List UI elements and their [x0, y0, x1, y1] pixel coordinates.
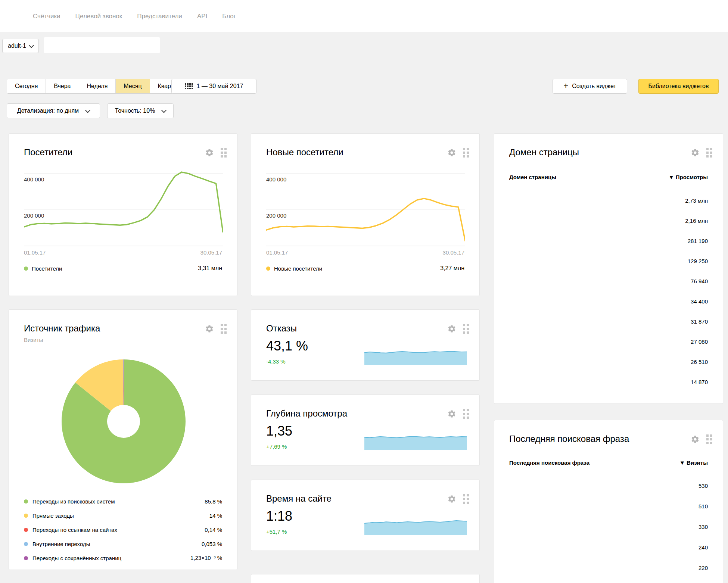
- legend-item: Переходы по ссылкам на сайтах 0,14 %: [24, 523, 222, 537]
- date-range-button[interactable]: 1 — 30 май 2017: [171, 79, 256, 94]
- drag-handle-icon[interactable]: [706, 148, 712, 158]
- table-row: 240: [509, 537, 708, 558]
- x-axis-end: 30.05.17: [443, 249, 464, 256]
- search-input[interactable]: [44, 37, 160, 53]
- counter-select[interactable]: adult-1: [2, 39, 39, 53]
- time-sparkline: [364, 520, 467, 535]
- x-axis-end: 30.05.17: [200, 249, 222, 256]
- total-value: 3,27 млн: [440, 265, 464, 272]
- top-navigation: Счётчики Целевой звонок Представители AP…: [0, 0, 728, 33]
- table-row: 129 250: [509, 251, 708, 271]
- legend-item[interactable]: Новые посетители: [266, 265, 322, 272]
- legend-value: 14 %: [209, 512, 222, 519]
- legend-item: Переходы из поисковых систем 85,8 %: [24, 494, 222, 508]
- widget-bounces: Отказы 43,1 % -4,33 %: [251, 309, 480, 381]
- widget-title[interactable]: Отказы: [266, 323, 297, 334]
- nav-blog[interactable]: Блог: [222, 13, 236, 20]
- table-row: 76 940: [509, 271, 708, 291]
- y-axis-tick: 400 000: [266, 176, 286, 183]
- column-header-domain[interactable]: Домен страницы: [509, 174, 556, 180]
- widget-time-on-site: Время на сайте 1:18 +51,7 %: [251, 480, 480, 551]
- gear-icon[interactable]: [205, 324, 214, 333]
- legend-dot: [266, 266, 270, 271]
- accuracy-label: Точность: 10%: [115, 107, 155, 114]
- column-header-phrase[interactable]: Последняя поисковая фраза: [509, 459, 589, 466]
- widget-page-domain: Домен страницы Домен страницы ▼ Просмотр…: [494, 133, 723, 404]
- drag-handle-icon[interactable]: [463, 494, 469, 504]
- gear-icon[interactable]: [691, 435, 700, 444]
- x-axis-start: 01.05.17: [266, 249, 288, 256]
- widget-last-search-phrase: Последняя поисковая фраза Последняя поис…: [494, 420, 723, 583]
- period-week[interactable]: Неделя: [79, 79, 116, 93]
- accuracy-select[interactable]: Точность: 10%: [107, 103, 174, 118]
- legend-dot: [24, 556, 28, 560]
- bounces-sparkline: [364, 349, 467, 365]
- stat-value: 1,35: [266, 423, 292, 439]
- gear-icon[interactable]: [447, 409, 456, 418]
- widget-title[interactable]: Источник трафика: [24, 323, 100, 334]
- table-row: 34 400: [509, 291, 708, 311]
- create-widget-label: Создать виджет: [572, 83, 616, 90]
- traffic-donut-chart: [60, 358, 187, 485]
- plus-icon: +: [563, 82, 568, 90]
- new-visitors-line-chart: [266, 156, 465, 246]
- widget-traffic-source: Источник трафика Визиты Переходы из поис…: [9, 309, 237, 570]
- legend-dot: [24, 266, 28, 271]
- legend-item: Переходы с сохранённых страниц 1,23×10⁻³…: [24, 551, 222, 565]
- legend-label: Посетители: [32, 265, 62, 272]
- table-row: 2,73 млн: [509, 190, 708, 211]
- gear-icon[interactable]: [691, 148, 700, 157]
- nav-counters[interactable]: Счётчики: [33, 13, 60, 20]
- period-yesterday[interactable]: Вчера: [46, 79, 78, 93]
- widget-title[interactable]: Домен страницы: [509, 147, 579, 158]
- legend-item[interactable]: Посетители: [24, 265, 62, 272]
- drag-handle-icon[interactable]: [463, 409, 469, 419]
- period-month[interactable]: Месяц: [115, 79, 149, 93]
- table-row: 220: [509, 558, 708, 578]
- date-range-label: 1 — 30 май 2017: [197, 83, 243, 90]
- counter-select-label: adult-1: [8, 43, 26, 49]
- stat-delta: +7,69 %: [266, 443, 287, 450]
- legend-dot: [24, 528, 28, 532]
- nav-api[interactable]: API: [197, 13, 207, 20]
- visitors-line-chart: [24, 156, 223, 246]
- legend-label: Новые посетители: [274, 265, 322, 272]
- widget-title[interactable]: Глубина просмотра: [266, 408, 347, 419]
- column-header-visits-sorted[interactable]: ▼ Визиты: [679, 459, 708, 466]
- legend-value: 0,14 %: [205, 527, 222, 533]
- gear-icon[interactable]: [447, 324, 456, 333]
- legend-dot: [24, 514, 28, 518]
- period-today[interactable]: Сегодня: [7, 79, 46, 93]
- legend-label: Внутренние переходы: [32, 541, 90, 547]
- table-row: 510: [509, 496, 708, 517]
- table-row: 530: [509, 476, 708, 496]
- column-header-views-sorted[interactable]: ▼ Просмотры: [669, 174, 708, 180]
- y-axis-tick: 400 000: [24, 176, 44, 183]
- gear-icon[interactable]: [447, 495, 456, 504]
- drag-handle-icon[interactable]: [221, 324, 227, 334]
- legend-value: 85,8 %: [205, 498, 222, 505]
- chevron-down-icon: [29, 43, 34, 48]
- total-value: 3,31 млн: [198, 265, 222, 272]
- table-row: 31 870: [509, 311, 708, 331]
- detalization-label: Детализация: по дням: [17, 107, 79, 114]
- nav-target-call[interactable]: Целевой звонок: [75, 13, 122, 20]
- legend-value: 1,23×10⁻³ %: [190, 555, 222, 561]
- table-row: 14 870: [509, 372, 708, 392]
- widget-visitors: Посетители 400 000 200 000 01.05.17 30.0…: [9, 133, 237, 296]
- detalization-select[interactable]: Детализация: по дням: [7, 103, 100, 118]
- create-widget-button[interactable]: + Создать виджет: [553, 79, 627, 94]
- widget-title[interactable]: Время на сайте: [266, 493, 332, 504]
- nav-representatives[interactable]: Представители: [137, 13, 182, 20]
- stat-value: 43,1 %: [266, 338, 308, 354]
- widget-title[interactable]: Последняя поисковая фраза: [509, 434, 629, 444]
- widget-depth: Глубина просмотра 1,35 +7,69 %: [251, 395, 480, 466]
- legend-item: Внутренние переходы 0,053 %: [24, 537, 222, 551]
- widget-library-button[interactable]: Библиотека виджетов: [638, 79, 719, 94]
- legend-label: Переходы по ссылкам на сайтах: [32, 527, 117, 533]
- chevron-down-icon: [85, 108, 90, 113]
- drag-handle-icon[interactable]: [463, 324, 469, 334]
- drag-handle-icon[interactable]: [706, 434, 712, 444]
- widget-library-label: Библиотека виджетов: [648, 83, 709, 90]
- stat-value: 1:18: [266, 508, 292, 524]
